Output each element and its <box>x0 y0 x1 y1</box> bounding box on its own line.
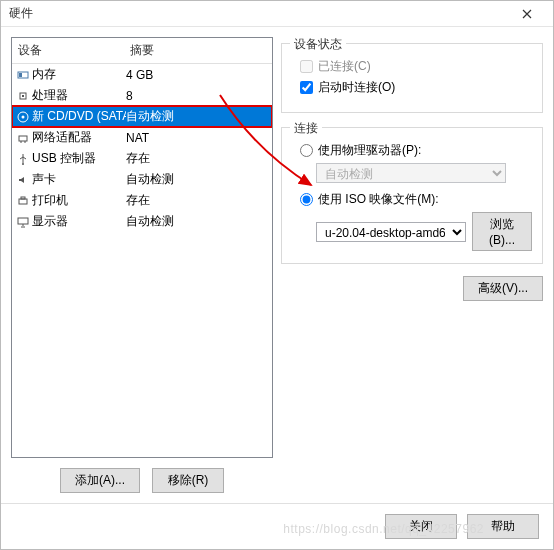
svg-rect-9 <box>21 197 25 199</box>
use-physical-row[interactable]: 使用物理驱动器(P): <box>300 142 532 159</box>
right-panel: 设备状态 已连接(C) 启动时连接(O) 连接 使用物理驱动器(P): <box>281 37 543 503</box>
iso-row: u-20.04-desktop-amd64.iso 浏览(B)... <box>316 212 532 251</box>
printer-icon <box>16 195 30 207</box>
close-button[interactable] <box>509 2 545 26</box>
list-header: 设备 摘要 <box>12 38 272 64</box>
row-network[interactable]: 网络适配器 NAT <box>12 127 272 148</box>
svg-rect-1 <box>19 73 22 77</box>
row-display[interactable]: 显示器 自动检测 <box>12 211 272 232</box>
physical-drive-select: 自动检测 <box>316 163 506 183</box>
titlebar: 硬件 <box>1 1 553 27</box>
svg-rect-10 <box>18 218 28 224</box>
hardware-dialog: 硬件 设备 摘要 内存 4 GB 处理 <box>0 0 554 550</box>
advanced-row: 高级(V)... <box>281 276 543 301</box>
iso-file-select[interactable]: u-20.04-desktop-amd64.iso <box>316 222 466 242</box>
list-body: 内存 4 GB 处理器 8 新 CD/DVD (SATA) 自动检测 <box>12 64 272 457</box>
disc-icon <box>16 111 30 123</box>
physical-select-wrap: 自动检测 <box>316 163 532 183</box>
connected-checkbox-row: 已连接(C) <box>300 58 532 75</box>
usb-icon <box>16 153 30 165</box>
connection-title: 连接 <box>290 120 322 137</box>
left-panel: 设备 摘要 内存 4 GB 处理器 8 <box>11 37 273 503</box>
left-buttons: 添加(A)... 移除(R) <box>11 458 273 503</box>
sound-icon <box>16 174 30 186</box>
device-status-group: 设备状态 已连接(C) 启动时连接(O) <box>281 43 543 113</box>
row-sound[interactable]: 声卡 自动检测 <box>12 169 272 190</box>
remove-button[interactable]: 移除(R) <box>152 468 224 493</box>
content-area: 设备 摘要 内存 4 GB 处理器 8 <box>1 27 553 503</box>
close-dialog-button[interactable]: 关闭 <box>385 514 457 539</box>
connected-checkbox <box>300 60 313 73</box>
connect-on-power-checkbox[interactable] <box>300 81 313 94</box>
svg-point-7 <box>22 163 24 165</box>
advanced-button[interactable]: 高级(V)... <box>463 276 543 301</box>
connected-label: 已连接(C) <box>318 58 371 75</box>
browse-button[interactable]: 浏览(B)... <box>472 212 532 251</box>
row-printer[interactable]: 打印机 存在 <box>12 190 272 211</box>
row-memory[interactable]: 内存 4 GB <box>12 64 272 85</box>
svg-rect-6 <box>19 136 27 141</box>
use-physical-radio[interactable] <box>300 144 313 157</box>
cpu-icon <box>16 90 30 102</box>
use-iso-row[interactable]: 使用 ISO 映像文件(M): <box>300 191 532 208</box>
device-status-title: 设备状态 <box>290 36 346 53</box>
network-icon <box>16 132 30 144</box>
use-iso-label: 使用 ISO 映像文件(M): <box>318 191 439 208</box>
close-icon <box>522 9 532 19</box>
memory-icon <box>16 69 30 81</box>
svg-point-5 <box>22 115 25 118</box>
dialog-footer: 关闭 帮助 <box>1 503 553 549</box>
window-title: 硬件 <box>9 5 509 22</box>
use-physical-label: 使用物理驱动器(P): <box>318 142 421 159</box>
connection-group: 连接 使用物理驱动器(P): 自动检测 使用 ISO 映像文件(M): <box>281 127 543 264</box>
help-button[interactable]: 帮助 <box>467 514 539 539</box>
display-icon <box>16 216 30 228</box>
row-cddvd[interactable]: 新 CD/DVD (SATA) 自动检测 <box>12 106 272 127</box>
col-summary-header[interactable]: 摘要 <box>124 38 272 63</box>
add-button[interactable]: 添加(A)... <box>60 468 140 493</box>
device-list: 设备 摘要 内存 4 GB 处理器 8 <box>11 37 273 458</box>
col-device-header[interactable]: 设备 <box>12 38 124 63</box>
use-iso-radio[interactable] <box>300 193 313 206</box>
svg-rect-8 <box>19 199 27 204</box>
connect-on-power-label: 启动时连接(O) <box>318 79 395 96</box>
connect-on-power-row[interactable]: 启动时连接(O) <box>300 79 532 96</box>
row-usb[interactable]: USB 控制器 存在 <box>12 148 272 169</box>
svg-rect-3 <box>22 95 24 97</box>
row-processor[interactable]: 处理器 8 <box>12 85 272 106</box>
